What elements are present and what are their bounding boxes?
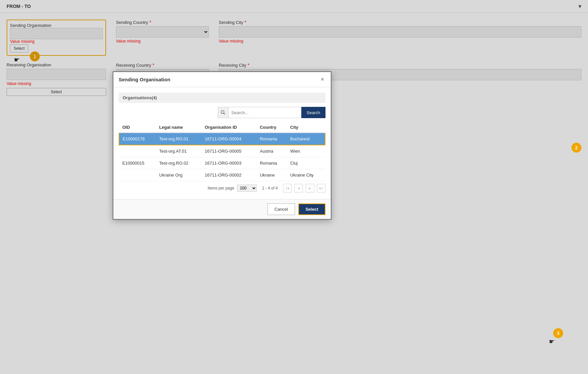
- table-row[interactable]: Ukraine Org16711-ORG-00002UkraineUkraine…: [119, 169, 325, 181]
- page-wrapper: FROM - TO ▾ Sending Organisation Value m…: [0, 0, 588, 374]
- modal-body: Organisations(4) Search OID Legal na: [113, 87, 331, 199]
- step-badge-2: 2: [571, 143, 581, 153]
- pagination-row: Items per page 100 1 - 4 of 4 |◂ ◂ ▸ ▸|: [119, 181, 325, 194]
- cancel-button[interactable]: Cancel: [267, 203, 295, 215]
- table-cell-country: Ukraine: [257, 169, 287, 181]
- table-cell-oid: [119, 145, 156, 157]
- svg-line-1: [224, 113, 225, 114]
- col-country: Country: [257, 122, 287, 133]
- table-cell-country: Romania: [257, 133, 287, 145]
- table-header-row: OID Legal name Organisation ID Country C…: [119, 122, 325, 133]
- table-row[interactable]: Test-org.AT.0116711-ORG-00005AustriaWien: [119, 145, 325, 157]
- col-org-id: Organisation ID: [202, 122, 257, 133]
- search-button[interactable]: Search: [301, 107, 325, 118]
- table-cell-legal_name: Ukraine Org: [156, 169, 202, 181]
- table-cell-city: Wien: [287, 145, 325, 157]
- modal-footer: Cancel Select: [113, 199, 331, 219]
- col-city: City: [287, 122, 325, 133]
- table-row[interactable]: E10000015Test-org.RO.0216711-ORG-00003Ro…: [119, 157, 325, 169]
- table-cell-org_id: 16711-ORG-00005: [202, 145, 257, 157]
- table-body: E10000178Test-org.RO.0116711-ORG-00004Ro…: [119, 133, 325, 181]
- organisations-header: Organisations(4): [119, 93, 325, 103]
- table-cell-org_id: 16711-ORG-00003: [202, 157, 257, 169]
- table-cell-oid: [119, 169, 156, 181]
- table-cell-org_id: 16711-ORG-00004: [202, 133, 257, 145]
- search-input[interactable]: [228, 107, 301, 118]
- search-bar: Search: [119, 107, 325, 118]
- next-page-button[interactable]: ▸: [306, 184, 314, 192]
- table-cell-city: Bucharest: [287, 133, 325, 145]
- table-row[interactable]: E10000178Test-org.RO.0116711-ORG-00004Ro…: [119, 133, 325, 145]
- col-legal-name: Legal name: [156, 122, 202, 133]
- svg-point-0: [221, 111, 224, 113]
- table-cell-legal_name: Test-org.AT.01: [156, 145, 202, 157]
- table-cell-country: Romania: [257, 157, 287, 169]
- cursor-icon-3: ☛: [549, 337, 555, 345]
- modal-select-button[interactable]: Select: [298, 203, 325, 215]
- table-cell-city: Cluj: [287, 157, 325, 169]
- modal-dialog: Sending Organisation × Organisations(4) …: [113, 71, 331, 220]
- table-cell-org_id: 16711-ORG-00002: [202, 169, 257, 181]
- table-cell-legal_name: Test-org.RO.01: [156, 133, 202, 145]
- search-icon-wrap: [218, 107, 228, 118]
- table-cell-city: Ukraine City: [287, 169, 325, 181]
- table-header: OID Legal name Organisation ID Country C…: [119, 122, 325, 133]
- prev-page-button[interactable]: ◂: [294, 184, 303, 192]
- page-info: 1 - 4 of 4: [262, 186, 278, 190]
- organisations-table: OID Legal name Organisation ID Country C…: [119, 122, 325, 181]
- table-cell-oid: E10000178: [119, 133, 156, 145]
- col-oid: OID: [119, 122, 156, 133]
- items-per-page-select[interactable]: 100: [237, 185, 257, 192]
- step-badge-3: 3: [553, 328, 563, 338]
- modal-close-button[interactable]: ×: [319, 76, 325, 83]
- last-page-button[interactable]: ▸|: [317, 184, 325, 192]
- first-page-button[interactable]: |◂: [283, 184, 292, 192]
- table-cell-oid: E10000015: [119, 157, 156, 169]
- search-icon: [221, 110, 225, 115]
- items-per-page-label: Items per page: [208, 186, 234, 190]
- modal-title: Sending Organisation: [119, 77, 170, 82]
- table-cell-country: Austria: [257, 145, 287, 157]
- table-cell-legal_name: Test-org.RO.02: [156, 157, 202, 169]
- modal-header: Sending Organisation ×: [113, 72, 331, 87]
